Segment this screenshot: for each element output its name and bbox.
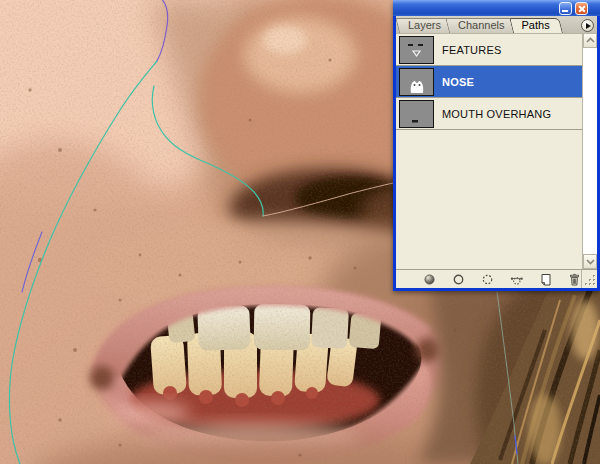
photoshop-workspace: Layers Channels Paths (0, 0, 600, 464)
scrollbar[interactable] (582, 33, 597, 269)
path-name: NOSE (442, 76, 474, 88)
paths-panel-footer (396, 269, 597, 288)
load-path-as-selection-button[interactable] (481, 272, 495, 286)
nose-path-thumbnail (399, 68, 434, 96)
panel-titlebar[interactable] (393, 0, 600, 16)
fill-path-button[interactable] (423, 272, 437, 286)
load-path-as-selection-icon (481, 273, 494, 286)
stroke-path-icon (452, 273, 465, 286)
make-work-path-button[interactable] (510, 272, 524, 286)
tab-channels[interactable]: Channels (449, 18, 517, 33)
palette-menu-icon (586, 23, 591, 29)
path-row-mouth-overhang[interactable]: MOUTH OVERHANG (396, 98, 582, 130)
make-work-path-icon (510, 273, 524, 286)
paths-list: FEATURES NOSE (396, 33, 582, 269)
path-name: MOUTH OVERHANG (442, 108, 551, 120)
panel-tabs: Layers Channels Paths (396, 16, 597, 33)
scroll-up-icon (585, 37, 596, 44)
panel-resize-grip[interactable] (581, 270, 597, 288)
paths-panel: Layers Channels Paths (393, 0, 600, 291)
mouth-overhang-path-thumbnail (399, 100, 434, 128)
path-name: FEATURES (442, 44, 501, 56)
scroll-track[interactable] (583, 48, 597, 254)
tab-paths[interactable]: Paths (513, 18, 563, 33)
delete-path-icon (568, 273, 581, 286)
path-row-nose[interactable]: NOSE (396, 66, 582, 98)
resize-grip-icon (583, 272, 597, 288)
scroll-down-button[interactable] (583, 254, 597, 269)
create-new-path-button[interactable] (539, 272, 553, 286)
palette-menu-button[interactable] (581, 19, 594, 32)
features-path-thumbnail (399, 36, 434, 64)
create-new-path-icon (539, 273, 552, 286)
scroll-up-button[interactable] (583, 33, 597, 48)
fill-path-icon (423, 273, 436, 286)
close-button[interactable] (575, 2, 588, 15)
scroll-down-icon (585, 258, 596, 265)
stroke-path-button[interactable] (452, 272, 466, 286)
delete-path-button[interactable] (568, 272, 582, 286)
minimize-button[interactable] (559, 2, 572, 15)
path-row-features[interactable]: FEATURES (396, 34, 582, 66)
minimize-icon (562, 10, 568, 12)
